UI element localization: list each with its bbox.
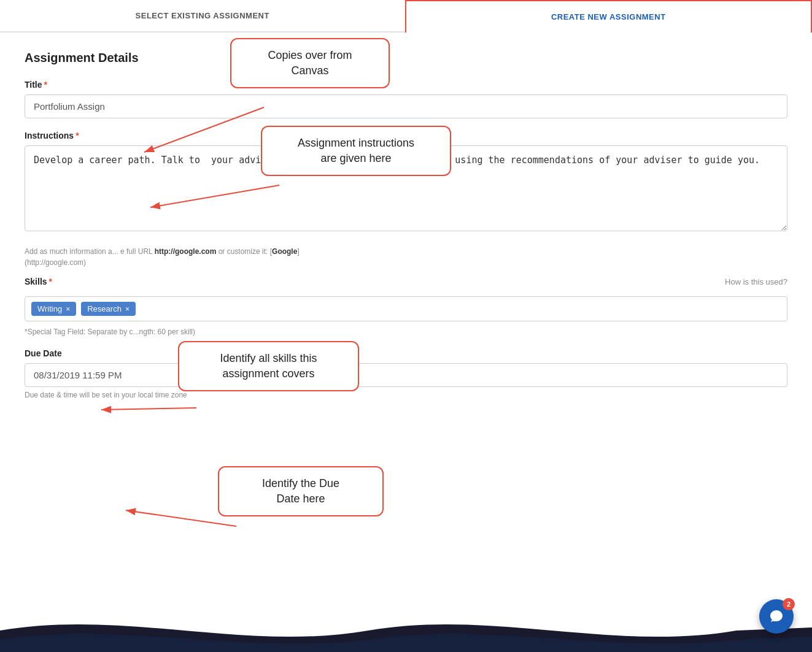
chat-icon	[768, 608, 784, 624]
due-date-label: Due Date	[25, 348, 787, 358]
skill-tag-research[interactable]: Research ×	[81, 302, 136, 316]
due-date-input[interactable]	[25, 363, 787, 387]
section-title: Assignment Details	[25, 51, 787, 65]
callout-duedate: Identify the DueDate here	[218, 466, 384, 516]
tab-create[interactable]: CREATE NEW ASSIGNMENT	[405, 0, 813, 33]
due-date-hint: Due date & time will be set in your loca…	[25, 391, 787, 399]
skill-tag-writing[interactable]: Writing ×	[31, 302, 76, 316]
due-date-field-group: Due Date Due date & time will be set in …	[25, 348, 787, 399]
chat-button[interactable]: 2	[759, 599, 794, 634]
callout-skills: Identify all skills thisassignment cover…	[178, 341, 359, 391]
remove-research-icon[interactable]: ×	[125, 305, 130, 313]
title-field-group: Title*	[25, 80, 787, 118]
title-label: Title*	[25, 80, 787, 90]
callout-canvas: Copies over fromCanvas	[230, 38, 390, 88]
how-is-this-used-link[interactable]: How is this used?	[725, 277, 787, 286]
tab-select[interactable]: SELECT EXISTING ASSIGNMENT	[0, 0, 405, 31]
skills-label: Skills*	[25, 277, 52, 286]
callout-instructions: Assignment instructionsare given here	[261, 126, 451, 176]
main-content: Assignment Details Title* Instructions* …	[0, 33, 812, 430]
skills-header-row: Skills* How is this used?	[25, 277, 787, 286]
title-input[interactable]	[25, 94, 787, 118]
tab-bar: SELECT EXISTING ASSIGNMENT CREATE NEW AS…	[0, 0, 812, 33]
skills-tags-container[interactable]: Writing × Research ×	[25, 296, 787, 321]
chat-badge: 2	[783, 598, 795, 610]
skills-field-group: Skills* How is this used? Writing × Rese…	[25, 277, 787, 336]
special-tag-hint: *Special Tag Field: Separate by c...ngth…	[25, 328, 787, 336]
remove-writing-icon[interactable]: ×	[66, 305, 70, 313]
instructions-hint: Add as much information a... e full URL …	[25, 246, 787, 268]
bottom-wave	[0, 609, 812, 652]
